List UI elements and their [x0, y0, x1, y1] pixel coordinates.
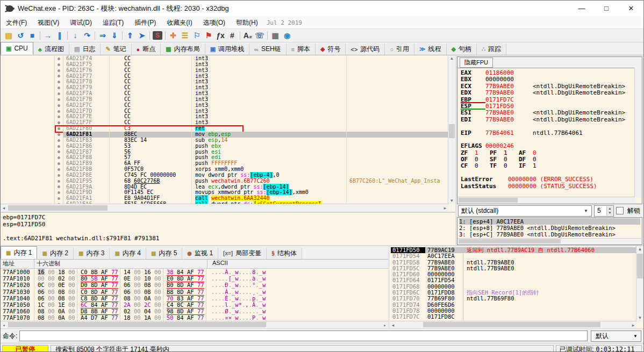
scroll-left-arrow[interactable]: ◂ [1, 321, 7, 328]
step-over-icon[interactable]: ↷ [81, 30, 93, 41]
register-line[interactable]: EDI77B9ABE0<ntdll.DbgUiRemoteBreakin> [461, 117, 634, 123]
disasm-vertical-scrollbar[interactable]: ▲ ▼ [448, 55, 455, 204]
memory-row[interactable]: 77AF106008 00 0A 00D8 8B AF 7702 00 04 0… [1, 308, 388, 314]
scroll-right-arrow[interactable]: ▸ [382, 321, 388, 328]
functions-icon[interactable]: ƒx [214, 30, 226, 41]
attach-icon[interactable]: ☏ [254, 30, 266, 41]
call-arguments-view[interactable]: 1: [esp+4] A0C17EEA2: [esp+8] 77B9ABE0 <… [457, 217, 642, 245]
stack-pane[interactable]: 0171FD5077B9AC19返回到 ntdll.77B9AC19 自 ntd… [390, 246, 643, 328]
breakpoint-gutter[interactable] [54, 97, 63, 103]
pause-icon[interactable]: ∥ [54, 30, 66, 41]
memory-row[interactable]: 77AF100016 00 18 00C0 8B AF 7714 00 16 0… [1, 269, 388, 275]
disasm-hscroll-thumb[interactable] [8, 205, 108, 211]
breakpoint-gutter[interactable] [54, 79, 63, 85]
breakpoint-gutter[interactable] [54, 143, 63, 149]
scroll-up-arrow[interactable]: ▲ [448, 55, 455, 62]
scroll-left-arrow[interactable]: ◂ [390, 321, 396, 328]
menu-item[interactable]: 收藏夹(I) [161, 17, 197, 28]
tab-引用[interactable]: ○引用 [385, 44, 414, 55]
arguments-horizontal-scrollbar[interactable] [457, 238, 642, 245]
breakpoint-gutter[interactable] [54, 91, 63, 97]
close-button[interactable]: ✕ [619, 1, 643, 17]
tab-脚本[interactable]: ≡脚本 [287, 44, 316, 55]
breakpoint-gutter[interactable] [54, 62, 63, 68]
menu-item[interactable]: 文件(F) [1, 17, 32, 28]
disasm-vscroll-thumb[interactable] [449, 124, 455, 138]
register-line[interactable]: EIP77B64061ntdll.77B64061 [461, 130, 634, 137]
memory-row[interactable]: 77AF10200C 00 0E 00D0 8D AF 7706 00 08 0… [1, 282, 388, 288]
tab-内存布局[interactable]: ▦内存布局 [161, 44, 205, 55]
breakpoint-gutter[interactable] [54, 138, 63, 143]
breakpoint-gutter[interactable] [54, 161, 63, 167]
tab-笔记[interactable]: ✎笔记 [101, 44, 131, 55]
disasm-row[interactable]: 6AD21F8653push ebx [1, 143, 448, 149]
tab-内存 4[interactable]: ▦内存 4 [110, 248, 146, 259]
bookmarks-icon[interactable]: ⚑ [203, 30, 214, 41]
tab-流程图[interactable]: ♣流程图 [33, 44, 69, 55]
tab-监视 1[interactable]: ◉监视 1 [182, 248, 218, 259]
register-line[interactable]: EDX77B9ABE0<ntdll.DbgUiRemoteBreakin> [461, 90, 634, 96]
breakpoint-gutter[interactable] [54, 184, 63, 190]
stack-vertical-scrollbar[interactable]: ▲ ▼ [636, 246, 643, 321]
strings-icon[interactable]: A₂ [242, 30, 254, 41]
help-globe-icon[interactable]: ◉ [281, 30, 293, 41]
registers-vertical-scrollbar[interactable] [634, 68, 642, 197]
stop-icon[interactable]: ■ [26, 30, 38, 41]
animate-into-icon[interactable]: ⇒ [97, 30, 109, 41]
breakpoint-gutter[interactable] [54, 74, 63, 80]
tab-源代码[interactable]: <>源代码 [346, 44, 385, 55]
registers-hscroll-thumb[interactable] [459, 198, 518, 203]
patches-icon[interactable]: ✚ [167, 30, 179, 41]
scroll-up-arrow[interactable]: ▲ [636, 246, 643, 253]
disasm-row[interactable]: 6AD21F76CCint3 [1, 68, 448, 74]
tab-内存 1[interactable]: ▦内存 1 [1, 246, 37, 259]
menu-item[interactable]: 插件(P) [129, 17, 161, 28]
tab-局部变量[interactable]: [x=]局部变量 [218, 248, 267, 259]
breakpoint-gutter[interactable] [54, 149, 63, 155]
arguments-hscroll-thumb[interactable] [459, 239, 561, 243]
breakpoint-gutter[interactable] [54, 155, 63, 161]
comments-icon[interactable]: ☰ [179, 30, 191, 41]
breakpoint-gutter[interactable] [54, 56, 63, 62]
tab-内存 3[interactable]: ▦内存 3 [74, 248, 110, 259]
step-out-icon[interactable]: ⇓ [109, 30, 120, 41]
tab-内存 2[interactable]: ▦内存 2 [37, 248, 73, 259]
memory-row[interactable]: 77AF104006 00 08 00C8 8D AF 7708 00 0A 0… [1, 295, 388, 301]
menu-item[interactable]: 帮助(H) [231, 17, 263, 28]
register-line[interactable]: EFLAGS00000246 [461, 143, 634, 149]
argument-row[interactable]: 1: [esp+4] A0C17EEA [459, 218, 640, 225]
hide-fpu-button[interactable]: 隐藏FPU [460, 58, 493, 68]
command-profile-select[interactable]: 默认 ▼ [591, 331, 641, 342]
breakpoint-gutter[interactable] [54, 196, 63, 202]
open-file-icon[interactable]: ▤ [3, 30, 15, 41]
tab-SEH链[interactable]: ∞SEH链 [249, 44, 287, 55]
tab-句柄[interactable]: ◆句柄 [447, 44, 477, 55]
memory-row[interactable]: 77AF101000 00 02 0080 5B AF 770E 00 10 0… [1, 275, 388, 282]
tab-结构体[interactable]: §结构体 [267, 248, 302, 259]
disasm-row[interactable]: 6AD21F7CCCint3 [1, 103, 448, 109]
minimize-button[interactable]: — [569, 1, 594, 17]
settings-icon[interactable]: S [153, 31, 162, 40]
disassembly-view[interactable]: 6AD21F74CCint36AD21F75CCint36AD21F76CCin… [1, 55, 455, 212]
tab-日志[interactable]: ▤日志 [69, 44, 101, 55]
scroll-left-arrow[interactable]: ◂ [1, 204, 7, 212]
menu-item[interactable]: 追踪(T) [97, 17, 129, 28]
tab-断点[interactable]: ●断点 [132, 44, 161, 55]
hash-icon[interactable]: # [226, 30, 238, 41]
breakpoint-gutter[interactable] [54, 126, 63, 132]
menu-item[interactable]: 调试(D) [65, 17, 97, 28]
stepper-arrows-icon[interactable]: ▲▼ [606, 206, 613, 215]
memory-dump-view[interactable]: 地址 十六进制 ASCII 77AF100016 00 18 00C0 8B A… [1, 260, 388, 328]
menu-item[interactable]: 选项(O) [198, 17, 231, 28]
step-into-icon[interactable]: ↓ [69, 30, 81, 41]
registers-view[interactable]: EAX01186000EBX00000000ECX77B9ABE0<ntdll.… [461, 70, 634, 197]
breakpoint-gutter[interactable] [54, 68, 63, 74]
command-input[interactable] [19, 331, 588, 341]
execute-till-return-icon[interactable]: ⇑ [124, 30, 136, 41]
stack-row[interactable]: 0171FD7077B69F80ntdll.77B69F80 [391, 296, 636, 301]
scroll-down-arrow[interactable]: ▼ [636, 315, 643, 321]
argument-row[interactable]: 2: [esp+8] 77B9ABE0 <ntdll.DbgUiRemoteBr… [459, 225, 640, 231]
argument-count-stepper[interactable]: 5 ▲▼ [594, 205, 614, 217]
breakpoint-gutter[interactable] [54, 109, 63, 114]
disasm-horizontal-scrollbar[interactable]: ◂ ▸ [1, 204, 448, 212]
